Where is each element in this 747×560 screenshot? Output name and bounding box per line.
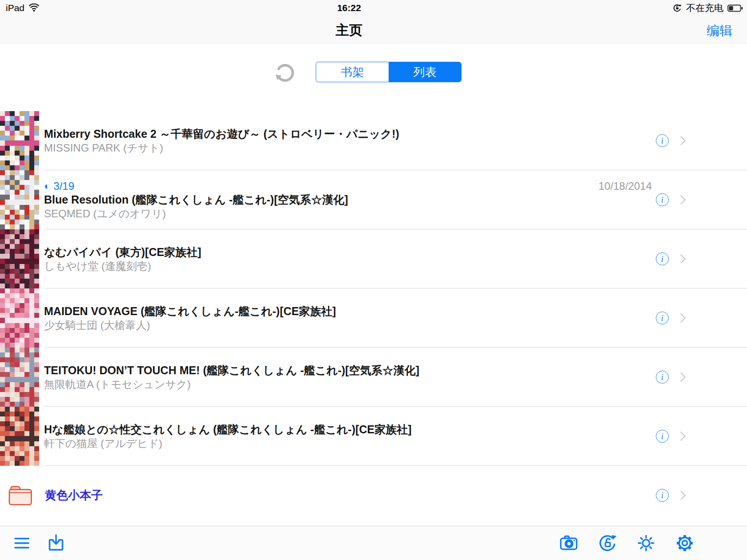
book-title: Mixberry Shortcake 2 ～千華留のお遊び～ (ストロベリー・パ…	[44, 127, 645, 141]
info-glyph: i	[661, 491, 663, 500]
meta-line: ◐ 3/19 10/18/2014	[44, 179, 645, 193]
info-button[interactable]: i	[656, 430, 669, 443]
list-item[interactable]: Hな艦娘との☆性交これくしょん (艦隊これくしょん -艦これ-)[CE家族社] …	[0, 407, 747, 466]
folder-row[interactable]: 黄色小本子 i	[0, 466, 747, 525]
half-circle-progress-icon: ◐	[44, 181, 50, 191]
nav-bar: 主页 编辑	[0, 16, 747, 43]
info-glyph: i	[661, 373, 663, 381]
date-label: 10/18/2014	[598, 180, 652, 192]
info-glyph: i	[661, 432, 663, 440]
status-bar: iPad 16:22	[0, 0, 747, 16]
info-glyph: i	[661, 196, 663, 204]
book-thumbnail	[0, 348, 39, 407]
book-text-block: Hな艦娘との☆性交これくしょん (艦隊これくしょん -艦これ-)[CE家族社] …	[39, 407, 747, 466]
folder-name: 黄色小本子	[45, 488, 103, 503]
list-item[interactable]: なむパイパイ (東方)[CE家族社] しもやけ堂 (逢魔刻壱) i	[0, 229, 747, 288]
chevron-right-icon	[676, 490, 686, 500]
list-icon[interactable]	[13, 534, 31, 552]
view-toggle: 书架 列表	[316, 62, 462, 82]
download-icon[interactable]	[46, 533, 66, 553]
book-title: MAIDEN VOYAGE (艦隊これくしょん-艦これ-)[CE家族社]	[44, 304, 645, 318]
info-button[interactable]: i	[656, 134, 669, 147]
info-button[interactable]: i	[656, 371, 669, 384]
book-text-block: MAIDEN VOYAGE (艦隊これくしょん-艦これ-)[CE家族社] 少女騎…	[39, 288, 747, 348]
book-text-block: TEITOKU! DON’T TOUCH ME! (艦隊これくしょん -艦これ-…	[39, 348, 747, 407]
book-thumbnail	[0, 229, 39, 288]
book-author: MISSING PARK (チサト)	[44, 141, 645, 155]
book-title: Blue Resolution (艦隊これくしょん -艦これ-)[空気系☆漢化]	[44, 193, 645, 207]
book-thumbnail	[0, 170, 39, 229]
info-glyph: i	[661, 255, 663, 263]
top-bars: iPad 16:22	[0, 0, 747, 44]
book-author: 少女騎士団 (大槍葦人)	[44, 318, 645, 332]
book-text-block: なむパイパイ (東方)[CE家族社] しもやけ堂 (逢魔刻壱)	[39, 229, 747, 288]
app-screen: iPad 16:22	[0, 0, 747, 560]
toolbar-right-group	[558, 526, 695, 560]
list-item[interactable]: ◐ 3/19 10/18/2014 Blue Resolution (艦隊これく…	[0, 170, 747, 229]
list-item[interactable]: MAIDEN VOYAGE (艦隊これくしょん-艦これ-)[CE家族社] 少女騎…	[0, 288, 747, 348]
folder-icon	[8, 485, 33, 506]
settings-gear-icon[interactable]	[675, 533, 695, 553]
book-text-block: ◐ 3/19 10/18/2014 Blue Resolution (艦隊これく…	[39, 170, 747, 229]
book-author: SEQMED (ユメのオワリ)	[44, 207, 645, 220]
rotation-lock-icon	[672, 3, 682, 13]
bottom-toolbar	[0, 526, 747, 560]
book-thumbnail	[0, 407, 39, 466]
info-glyph: i	[661, 136, 663, 145]
book-thumbnail	[0, 288, 39, 348]
rotate-unlock-icon[interactable]	[597, 533, 618, 553]
camera-icon[interactable]	[558, 533, 579, 553]
tab-bookshelf[interactable]: 书架	[316, 62, 389, 82]
book-author: 軒下の猫屋 (アルデヒド)	[44, 436, 645, 450]
charging-status-label: 不在充电	[686, 2, 723, 14]
book-author: しもやけ堂 (逢魔刻壱)	[44, 259, 645, 273]
status-right-cluster: 不在充电	[672, 2, 743, 14]
list-item[interactable]: TEITOKU! DON’T TOUCH ME! (艦隊これくしょん -艦これ-…	[0, 348, 747, 407]
book-title: なむパイパイ (東方)[CE家族社]	[44, 245, 645, 259]
info-button[interactable]: i	[656, 252, 669, 265]
book-title: TEITOKU! DON’T TOUCH ME! (艦隊これくしょん -艦これ-…	[44, 364, 645, 377]
progress-label: 3/19	[53, 180, 74, 192]
book-thumbnail	[0, 111, 39, 170]
carrier-label: iPad	[6, 3, 24, 13]
info-button[interactable]: i	[656, 489, 669, 502]
brightness-icon[interactable]	[636, 533, 656, 553]
book-author: 無限軌道A (トモセシュンサク)	[44, 377, 645, 391]
toolbar-left-group	[13, 526, 66, 560]
tab-list[interactable]: 列表	[389, 62, 461, 82]
book-text-block: Mixberry Shortcake 2 ～千華留のお遊び～ (ストロベリー・パ…	[39, 111, 747, 170]
page-title: 主页	[336, 21, 362, 40]
list-item[interactable]: Mixberry Shortcake 2 ～千華留のお遊び～ (ストロベリー・パ…	[0, 111, 747, 170]
info-button[interactable]: i	[656, 312, 669, 324]
wifi-icon	[28, 4, 40, 12]
book-title: Hな艦娘との☆性交これくしょん (艦隊これくしょん -艦これ-)[CE家族社]	[44, 423, 645, 436]
info-button[interactable]: i	[656, 193, 669, 206]
refresh-button[interactable]	[273, 60, 297, 84]
progress-indicator: ◐ 3/19	[44, 180, 74, 192]
edit-button[interactable]: 编辑	[707, 22, 732, 40]
battery-icon	[727, 4, 743, 12]
clock: 16:22	[337, 3, 361, 13]
info-glyph: i	[661, 314, 663, 322]
book-list: Mixberry Shortcake 2 ～千華留のお遊び～ (ストロベリー・パ…	[0, 111, 747, 525]
